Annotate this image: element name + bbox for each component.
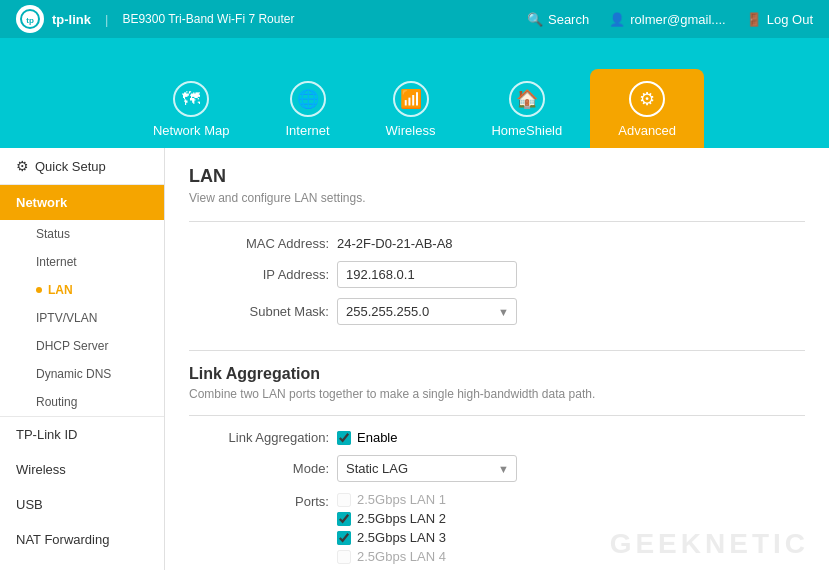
nat-label: NAT Forwarding: [16, 532, 109, 547]
sidebar-section-bottom: TP-Link ID Wireless USB NAT Forwarding H…: [0, 416, 164, 570]
port-checkbox-lan4[interactable]: [337, 550, 351, 564]
brand-name: tp-link: [52, 12, 91, 27]
nav-label-internet: Internet: [285, 123, 329, 138]
subnet-mask-row: Subnet Mask: 255.255.255.0 255.255.0.0 2…: [189, 298, 805, 325]
nav-item-homeshield[interactable]: 🏠 HomeShield: [463, 69, 590, 148]
port-row-lan1: 2.5Gbps LAN 1: [337, 492, 446, 507]
user-label: rolmer@gmail....: [630, 12, 726, 27]
sidebar-item-lan[interactable]: LAN: [28, 276, 164, 304]
sidebar-item-dynamic-dns[interactable]: Dynamic DNS: [28, 360, 164, 388]
internet-icon: 🌐: [290, 81, 326, 117]
dhcp-label: DHCP Server: [36, 339, 108, 353]
logout-label: Log Out: [767, 12, 813, 27]
nav-label-wireless: Wireless: [386, 123, 436, 138]
search-icon: 🔍: [527, 12, 543, 27]
nav-item-network-map[interactable]: 🗺 Network Map: [125, 69, 258, 148]
ports-row: Ports: 2.5Gbps LAN 1 2.5Gbps LAN 2 2.5Gb…: [189, 492, 805, 564]
sidebar-item-network[interactable]: Network: [0, 185, 164, 220]
nav-label-advanced: Advanced: [618, 123, 676, 138]
sidebar-item-quick-setup[interactable]: ⚙ Quick Setup: [0, 148, 164, 184]
link-agg-checkbox[interactable]: [337, 431, 351, 445]
routing-label: Routing: [36, 395, 77, 409]
port-checkbox-lan1[interactable]: [337, 493, 351, 507]
network-label: Network: [16, 195, 67, 210]
ports-list: 2.5Gbps LAN 1 2.5Gbps LAN 2 2.5Gbps LAN …: [337, 492, 446, 564]
wireless-label: Wireless: [16, 462, 66, 477]
sidebar-item-iptv-vlan[interactable]: IPTV/VLAN: [28, 304, 164, 332]
logo-icon: tp: [16, 5, 44, 33]
port-label-lan3: 2.5Gbps LAN 3: [357, 530, 446, 545]
sidebar-section-network: Network Status Internet LAN IPTV/VLAN DH…: [0, 184, 164, 416]
link-agg-enable-row: Enable: [337, 430, 397, 445]
lan-dot: [36, 287, 42, 293]
subnet-mask-select[interactable]: 255.255.255.0 255.255.0.0 255.0.0.0: [337, 298, 517, 325]
link-agg-label: Link Aggregation:: [189, 430, 329, 445]
ip-address-input[interactable]: [337, 261, 517, 288]
network-map-icon: 🗺: [173, 81, 209, 117]
iptv-label: IPTV/VLAN: [36, 311, 97, 325]
sidebar-item-routing[interactable]: Routing: [28, 388, 164, 416]
mac-address-row: MAC Address: 24-2F-D0-21-AB-A8: [189, 236, 805, 251]
page-description: View and configure LAN settings.: [189, 191, 805, 205]
page-title: LAN: [189, 166, 805, 187]
link-agg-row: Link Aggregation: Enable: [189, 430, 805, 445]
user-icon: 👤: [609, 12, 625, 27]
sidebar-item-dhcp-server[interactable]: DHCP Server: [28, 332, 164, 360]
port-row-lan4: 2.5Gbps LAN 4: [337, 549, 446, 564]
main-layout: ⚙ Quick Setup Network Status Internet LA…: [0, 148, 829, 570]
ip-address-label: IP Address:: [189, 267, 329, 282]
content-area: LAN View and configure LAN settings. MAC…: [165, 148, 829, 570]
internet-label: Internet: [36, 255, 77, 269]
nav-item-wireless[interactable]: 📶 Wireless: [358, 69, 464, 148]
ports-label: Ports:: [189, 492, 329, 509]
port-checkbox-lan3[interactable]: [337, 531, 351, 545]
top-bar: tp tp-link | BE9300 Tri-Band Wi-Fi 7 Rou…: [0, 0, 829, 38]
dynamic-dns-label: Dynamic DNS: [36, 367, 111, 381]
divider-2: [189, 350, 805, 351]
status-label: Status: [36, 227, 70, 241]
wireless-icon: 📶: [393, 81, 429, 117]
brand-separator: |: [105, 12, 108, 27]
logout-icon: 🚪: [746, 12, 762, 27]
lan-label: LAN: [48, 283, 73, 297]
nav-item-internet[interactable]: 🌐 Internet: [257, 69, 357, 148]
sidebar-item-wireless[interactable]: Wireless: [0, 452, 164, 487]
user-button[interactable]: 👤 rolmer@gmail....: [609, 12, 726, 27]
sidebar-item-status[interactable]: Status: [28, 220, 164, 248]
tp-link-id-label: TP-Link ID: [16, 427, 77, 442]
sidebar-item-internet[interactable]: Internet: [28, 248, 164, 276]
subnet-mask-select-wrap: 255.255.255.0 255.255.0.0 255.0.0.0 ▼: [337, 298, 517, 325]
link-agg-desc: Combine two LAN ports together to make a…: [189, 387, 805, 401]
sidebar-item-nat-forwarding[interactable]: NAT Forwarding: [0, 522, 164, 557]
sidebar: ⚙ Quick Setup Network Status Internet LA…: [0, 148, 165, 570]
divider-1: [189, 221, 805, 222]
logout-button[interactable]: 🚪 Log Out: [746, 12, 813, 27]
port-label-lan2: 2.5Gbps LAN 2: [357, 511, 446, 526]
sidebar-sub-network: Status Internet LAN IPTV/VLAN DHCP Serve…: [0, 220, 164, 416]
nav-bar: 🗺 Network Map 🌐 Internet 📶 Wireless 🏠 Ho…: [0, 38, 829, 148]
mode-select[interactable]: Static LAG Dynamic LACP: [337, 455, 517, 482]
subnet-mask-label: Subnet Mask:: [189, 304, 329, 319]
nav-label-network-map: Network Map: [153, 123, 230, 138]
port-row-lan3: 2.5Gbps LAN 3: [337, 530, 446, 545]
mode-row: Mode: Static LAG Dynamic LACP ▼: [189, 455, 805, 482]
content-wrapper: LAN View and configure LAN settings. MAC…: [165, 148, 829, 570]
link-agg-title: Link Aggregation: [189, 365, 805, 383]
mac-address-value: 24-2F-D0-21-AB-A8: [337, 236, 453, 251]
router-model: BE9300 Tri-Band Wi-Fi 7 Router: [122, 12, 294, 26]
homeshield-icon: 🏠: [509, 81, 545, 117]
divider-3: [189, 415, 805, 416]
sidebar-item-homeshield[interactable]: HomeShield: [0, 557, 164, 570]
quick-setup-label: Quick Setup: [35, 159, 106, 174]
mode-select-wrap: Static LAG Dynamic LACP ▼: [337, 455, 517, 482]
ip-address-row: IP Address:: [189, 261, 805, 288]
mac-address-label: MAC Address:: [189, 236, 329, 251]
port-checkbox-lan2[interactable]: [337, 512, 351, 526]
top-bar-actions: 🔍 Search 👤 rolmer@gmail.... 🚪 Log Out: [527, 12, 813, 27]
port-label-lan4: 2.5Gbps LAN 4: [357, 549, 446, 564]
sidebar-item-tp-link-id[interactable]: TP-Link ID: [0, 417, 164, 452]
search-button[interactable]: 🔍 Search: [527, 12, 589, 27]
nav-item-advanced[interactable]: ⚙ Advanced: [590, 69, 704, 148]
sidebar-item-usb[interactable]: USB: [0, 487, 164, 522]
svg-text:tp: tp: [26, 16, 34, 25]
